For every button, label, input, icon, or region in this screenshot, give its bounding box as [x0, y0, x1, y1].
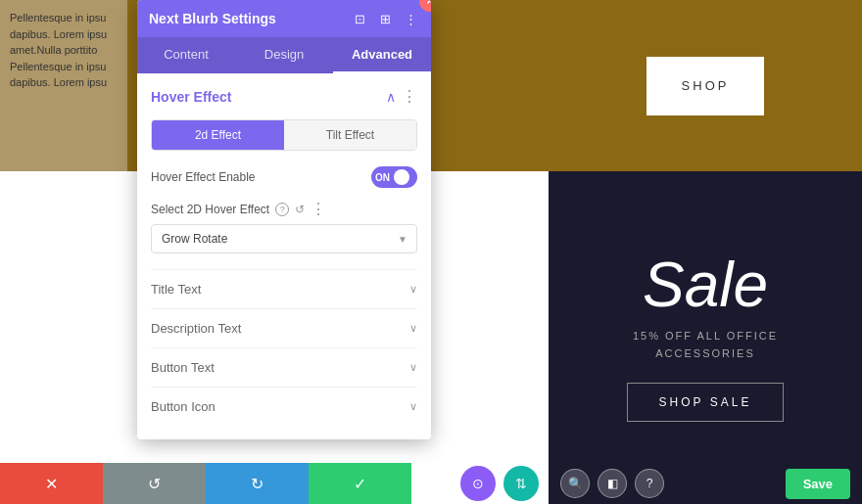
tab-content[interactable]: Content: [137, 37, 235, 73]
hover-effect-toggle[interactable]: ON: [371, 166, 417, 188]
more-options-icon[interactable]: ⋮: [402, 10, 419, 27]
hover-effect-section-header: Hover Effect ∧ ⋮: [151, 87, 417, 106]
right-toolbar-icons: 🔍 ◧ ?: [560, 469, 664, 498]
history-icon: ⊙: [472, 476, 484, 491]
canvas-area: Pellentesque in ipsu dapibus. Lorem ipsu…: [0, 0, 862, 504]
canvas-right: SHOP Sale 15% OFF ALL OFFICE ACCESSORIES…: [549, 0, 862, 504]
effect-tabs: 2d Effect Tilt Effect: [151, 119, 417, 151]
columns-icon[interactable]: ⊞: [376, 10, 394, 27]
confirm-button[interactable]: ✓: [309, 463, 411, 504]
button-icon-section: Button Icon ∨: [151, 387, 417, 426]
canvas-right-toolbar: 🔍 ◧ ? Save: [549, 463, 862, 504]
panel-header-wrapper: Next Blurb Settings ⊡ ⊞ ⋮ ×: [137, 0, 431, 37]
toolbar-right-buttons: ⊙ ⇅: [460, 466, 549, 501]
description-text-section: Description Text ∨: [151, 308, 417, 347]
title-text-header[interactable]: Title Text ∨: [151, 282, 417, 297]
select-more-icon[interactable]: ⋮: [311, 200, 326, 218]
description-text-chevron: ∨: [409, 322, 417, 335]
title-text-label: Title Text: [151, 282, 201, 297]
collapse-icon[interactable]: ∧: [386, 89, 396, 105]
section-more-icon[interactable]: ⋮: [402, 87, 417, 106]
section-header-actions: ∧ ⋮: [386, 87, 417, 106]
toolbar-left-buttons: ✕ ↺ ↻ ✓: [0, 463, 411, 504]
settings-panel: Next Blurb Settings ⊡ ⊞ ⋮ × Content Desi…: [137, 0, 431, 439]
cancel-icon: ✕: [45, 475, 58, 493]
undo-icon: ↺: [148, 475, 161, 493]
hover-effect-select[interactable]: Grow Rotate Bounce Pulse Push Pop Float …: [151, 224, 417, 253]
panel-header-icons: ⊡ ⊞ ⋮: [351, 10, 419, 27]
history-button[interactable]: ⊙: [460, 466, 496, 501]
button-text-chevron: ∨: [409, 361, 417, 374]
layers-icon: ◧: [607, 477, 618, 490]
layers-button[interactable]: ◧: [598, 469, 627, 498]
refresh-icon[interactable]: ↺: [295, 203, 305, 216]
responsive-icon: ⇅: [515, 476, 527, 491]
shop-box-label: SHOP: [682, 78, 730, 93]
button-icon-label: Button Icon: [151, 399, 216, 414]
sale-subtitle: 15% OFF ALL OFFICE ACCESSORIES: [633, 328, 778, 362]
tab-tilt-effect[interactable]: Tilt Effect: [284, 120, 416, 150]
help-circle-icon: ?: [646, 477, 653, 490]
select-2d-hover-row: Select 2D Hover Effect ? ↺ ⋮ Grow Rotate…: [151, 200, 417, 253]
undo-button[interactable]: ↺: [103, 463, 206, 504]
shop-box: SHOP: [646, 57, 764, 115]
button-text-header[interactable]: Button Text ∨: [151, 360, 417, 375]
sale-big-text: Sale: [643, 253, 768, 316]
close-panel-button[interactable]: ×: [419, 0, 431, 12]
title-text-chevron: ∨: [409, 283, 417, 296]
toggle-on-label: ON: [375, 172, 390, 183]
canvas-lorem-text: Pellentesque in ipsu dapibus. Lorem ipsu…: [10, 12, 107, 88]
save-button[interactable]: Save: [786, 469, 850, 499]
search-icon: 🔍: [568, 477, 583, 490]
tab-2d-effect[interactable]: 2d Effect: [152, 120, 284, 150]
panel-body: Hover Effect ∧ ⋮ 2d Effect Tilt Effect H…: [137, 73, 431, 439]
resize-icon[interactable]: ⊡: [351, 10, 368, 27]
button-icon-chevron: ∨: [409, 400, 417, 413]
sale-subtitle-line2: ACCESSORIES: [655, 347, 754, 359]
button-text-label: Button Text: [151, 360, 215, 375]
tab-design[interactable]: Design: [235, 37, 333, 73]
hover-effect-enable-label: Hover Effect Enable: [151, 170, 256, 184]
tab-advanced[interactable]: Advanced: [333, 37, 431, 73]
select-hover-label: Select 2D Hover Effect: [151, 203, 269, 216]
cancel-button[interactable]: ✕: [0, 463, 103, 504]
redo-icon: ↻: [251, 475, 263, 493]
panel-header: Next Blurb Settings ⊡ ⊞ ⋮: [137, 0, 431, 37]
panel-tabs: Content Design Advanced: [137, 37, 431, 73]
title-text-section: Title Text ∨: [151, 269, 417, 308]
responsive-button[interactable]: ⇅: [503, 466, 539, 501]
hover-effect-title: Hover Effect: [151, 89, 231, 105]
confirm-icon: ✓: [354, 475, 366, 493]
select-label-row: Select 2D Hover Effect ? ↺ ⋮: [151, 200, 417, 218]
shop-sale-button[interactable]: SHOP SALE: [627, 383, 785, 422]
button-text-section: Button Text ∨: [151, 347, 417, 387]
help-button[interactable]: ?: [635, 469, 664, 498]
description-text-label: Description Text: [151, 321, 241, 336]
sale-top-section: SHOP: [549, 0, 862, 171]
sale-subtitle-line1: 15% OFF ALL OFFICE: [633, 330, 778, 342]
bottom-toolbar: ✕ ↺ ↻ ✓ ⊙ ⇅: [0, 463, 549, 504]
panel-title: Next Blurb Settings: [149, 11, 276, 26]
select-wrapper: Grow Rotate Bounce Pulse Push Pop Float …: [151, 224, 417, 253]
search-button[interactable]: 🔍: [560, 469, 590, 498]
toggle-knob: [394, 169, 409, 185]
canvas-text-overlay: Pellentesque in ipsu dapibus. Lorem ipsu…: [0, 0, 127, 171]
description-text-header[interactable]: Description Text ∨: [151, 321, 417, 336]
hover-effect-enable-row: Hover Effect Enable ON: [151, 166, 417, 188]
button-icon-header[interactable]: Button Icon ∨: [151, 399, 417, 414]
help-icon[interactable]: ?: [275, 203, 289, 216]
redo-button[interactable]: ↻: [206, 463, 309, 504]
sale-bottom-section: Sale 15% OFF ALL OFFICE ACCESSORIES SHOP…: [549, 171, 862, 504]
